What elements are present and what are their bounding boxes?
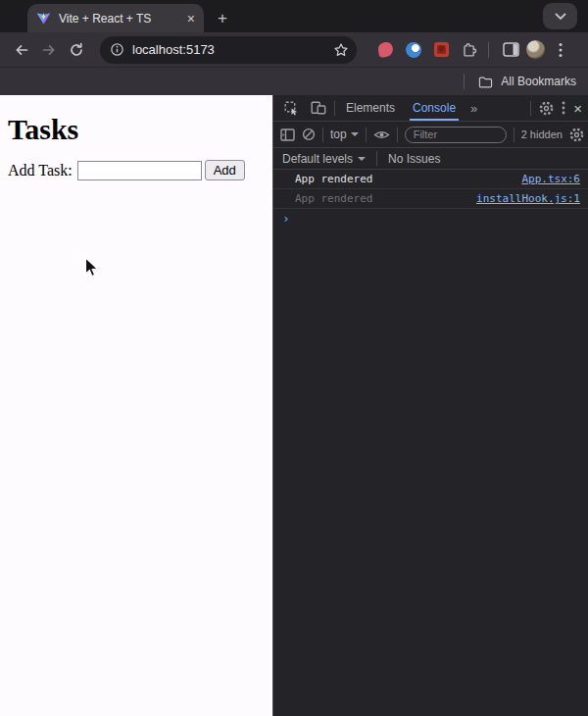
bookmarks-bar: All Bookmarks	[0, 67, 588, 95]
devtools-menu-button[interactable]	[562, 101, 565, 115]
tab-title: Vite + React + TS	[59, 12, 179, 26]
default-levels-label: Default levels	[282, 152, 353, 166]
chevron-down-icon	[555, 13, 566, 21]
context-selector[interactable]: top	[330, 128, 359, 141]
devtools-tab-bar: Elements Console » ×	[273, 95, 588, 122]
tab-console[interactable]: Console	[406, 95, 463, 121]
extension-red-blob-icon[interactable]	[377, 41, 394, 58]
web-page: Tasks Add Task: Add	[0, 95, 272, 716]
bookmark-star-icon[interactable]	[333, 42, 349, 58]
console-message-row[interactable]: App rendered App.tsx:6	[273, 170, 588, 189]
page-title: Tasks	[8, 113, 78, 146]
devtools-panel: Elements Console » ×	[272, 95, 588, 716]
console-filter-input[interactable]	[405, 127, 507, 143]
mouse-cursor-icon	[84, 257, 101, 279]
console-settings-icon[interactable]	[569, 128, 584, 142]
console-levels-bar: Default levels No Issues	[273, 148, 588, 170]
browser-toolbar: localhost:5173	[0, 32, 588, 67]
browser-tab[interactable]: Vite + React + TS ×	[27, 4, 204, 32]
address-bar[interactable]: localhost:5173	[100, 36, 357, 64]
inspect-element-button[interactable]	[279, 96, 303, 120]
devtools-separator	[334, 101, 335, 116]
more-tabs-icon[interactable]: »	[466, 101, 481, 116]
extensions-puzzle-icon[interactable]	[462, 41, 478, 58]
devtools-separator	[366, 128, 367, 142]
console-messages: App rendered App.tsx:6 App rendered inst…	[273, 170, 588, 716]
console-sidebar-icon[interactable]	[280, 128, 295, 141]
chrome-menu-button[interactable]	[549, 38, 572, 62]
console-source-link[interactable]: installHook.js:1	[476, 192, 580, 205]
site-info-icon[interactable]	[110, 42, 124, 57]
devtools-separator	[397, 128, 398, 142]
device-toolbar-button[interactable]	[307, 96, 330, 120]
caret-down-icon	[351, 132, 359, 136]
console-message-text: App rendered	[295, 192, 476, 205]
hidden-messages-badge[interactable]: 2 hidden	[521, 128, 563, 140]
context-selector-label: top	[330, 128, 347, 141]
task-input[interactable]	[77, 161, 202, 180]
live-expression-eye-icon[interactable]	[373, 128, 390, 141]
console-message-text: App rendered	[295, 173, 521, 185]
bookmarks-separator	[464, 74, 465, 89]
three-dots-icon	[559, 42, 563, 58]
devtools-separator	[376, 151, 377, 166]
tab-strip: Vite + React + TS × +	[0, 0, 588, 32]
tab-close-icon[interactable]: ×	[187, 12, 195, 26]
devtools-settings-icon[interactable]	[539, 101, 554, 116]
add-button[interactable]: Add	[205, 160, 245, 180]
default-levels-dropdown[interactable]: Default levels	[282, 152, 366, 166]
folder-icon	[478, 76, 493, 88]
devtools-separator	[322, 128, 323, 142]
devtools-separator	[530, 101, 531, 116]
console-toolbar: top 2 hidden	[273, 122, 588, 148]
devtools-close-button[interactable]: ×	[573, 101, 582, 116]
extension-blue-circle-icon[interactable]	[406, 42, 421, 58]
clear-console-icon[interactable]	[302, 128, 316, 141]
side-panel-button[interactable]	[499, 38, 522, 62]
console-source-link[interactable]: App.tsx:6	[521, 173, 580, 185]
url-text[interactable]: localhost:5173	[132, 42, 325, 57]
three-dots-icon	[562, 101, 565, 115]
back-button[interactable]	[10, 38, 33, 62]
content-area: Tasks Add Task: Add	[0, 95, 588, 716]
reload-button[interactable]	[65, 38, 88, 62]
profile-avatar[interactable]	[526, 40, 545, 59]
toolbar-separator	[488, 42, 489, 58]
forward-button[interactable]	[37, 38, 61, 62]
console-prompt-chevron[interactable]: ›	[273, 209, 588, 225]
console-message-row[interactable]: App rendered installHook.js:1	[273, 189, 588, 209]
tab-search-button[interactable]	[543, 3, 577, 29]
vite-favicon-icon	[36, 11, 51, 26]
add-task-form: Add Task: Add	[8, 160, 245, 180]
extensions-area	[378, 41, 478, 58]
add-task-label: Add Task:	[8, 162, 73, 179]
extension-red-square-icon[interactable]	[434, 42, 449, 57]
tab-elements[interactable]: Elements	[339, 95, 402, 121]
devtools-separator	[514, 128, 514, 142]
all-bookmarks-button[interactable]: All Bookmarks	[501, 75, 576, 88]
new-tab-button[interactable]: +	[218, 10, 227, 26]
caret-down-icon	[358, 157, 366, 161]
no-issues-label[interactable]: No Issues	[388, 152, 440, 166]
